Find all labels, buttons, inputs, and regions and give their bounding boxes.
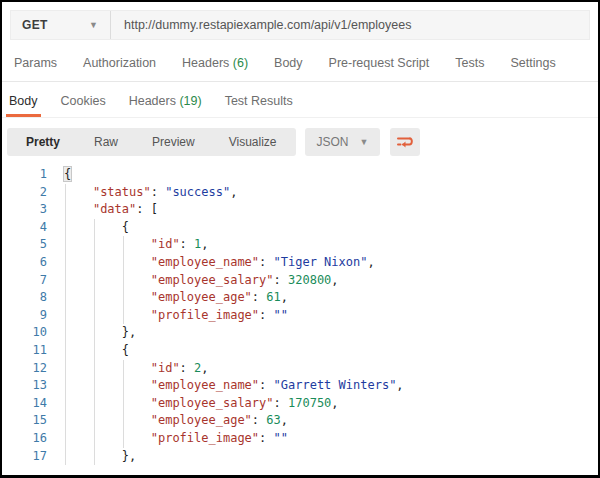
line-number: 17 [2, 448, 47, 466]
code-line: 13 "employee_name": "Garrett Winters", [2, 377, 598, 395]
token-punc: , [396, 378, 403, 392]
tab-label: Headers [129, 94, 176, 108]
token-key: "id" [151, 361, 180, 375]
line-number: 10 [2, 324, 47, 342]
line-number: 5 [2, 236, 47, 254]
line-number: 9 [2, 307, 47, 325]
chevron-down-icon: ▼ [360, 138, 369, 147]
token-punc: : [180, 361, 194, 375]
token-punc: { [122, 343, 129, 357]
token-num: 61 [266, 290, 280, 304]
line-number: 15 [2, 412, 47, 430]
chevron-down-icon: ▼ [89, 21, 98, 30]
code-line: 6 "employee_name": "Tiger Nixon", [2, 254, 598, 272]
code-line: 11 { [2, 342, 598, 360]
tab-authorization[interactable]: Authorization [83, 56, 156, 70]
request-tabs: ParamsAuthorizationHeaders (6)BodyPre-re… [2, 40, 598, 82]
tab-tests[interactable]: Tests [455, 56, 484, 70]
line-number: 4 [2, 219, 47, 237]
token-punc: : [ [136, 202, 158, 216]
tab-pre-request-script[interactable]: Pre-request Script [329, 56, 430, 70]
tab-label: Body [274, 56, 303, 70]
token-punc: , [331, 396, 338, 410]
tab-label: Test Results [225, 94, 293, 108]
token-key: "profile_image" [151, 431, 259, 445]
tab-label: Pre-request Script [329, 56, 430, 70]
token-str: "Tiger Nixon" [274, 255, 368, 269]
line-number: 16 [2, 430, 47, 448]
token-punc: { [64, 167, 71, 181]
response-tab-cookies[interactable]: Cookies [58, 94, 109, 117]
language-label: JSON [317, 135, 349, 149]
code-line: 16 "profile_image": "" [2, 430, 598, 448]
token-num: 170750 [288, 396, 331, 410]
token-str: "" [274, 431, 288, 445]
token-key: "status" [93, 185, 151, 199]
code-line: 2 "status": "success", [2, 184, 598, 202]
code-line-content: "status": "success", [64, 184, 237, 202]
code-line-content: }, [64, 324, 136, 342]
code-line: 17 }, [2, 448, 598, 466]
token-punc: { [122, 220, 129, 234]
token-key: "employee_name" [151, 255, 259, 269]
request-url-bar: GET ▼ http://dummy.restapiexample.com/ap… [10, 10, 590, 40]
code-line: 4 { [2, 219, 598, 237]
tab-params[interactable]: Params [14, 56, 57, 70]
code-line: 8 "employee_age": 61, [2, 289, 598, 307]
tab-label: Cookies [61, 94, 106, 108]
tab-label: Params [14, 56, 57, 70]
tab-label: Authorization [83, 56, 156, 70]
token-punc: : [151, 185, 165, 199]
view-pretty[interactable]: Pretty [9, 128, 77, 156]
response-tabs: BodyCookiesHeaders (19)Test Results [2, 82, 598, 118]
token-punc: : [259, 308, 273, 322]
code-line-content: "profile_image": "" [64, 430, 288, 448]
code-line-content: "id": 2, [64, 360, 209, 378]
code-line: 5 "id": 1, [2, 236, 598, 254]
view-toggle: PrettyRawPreviewVisualize [7, 128, 296, 156]
token-punc: : [274, 396, 288, 410]
token-punc: , [230, 185, 237, 199]
response-tab-headers[interactable]: Headers (19) [126, 94, 205, 117]
method-select[interactable]: GET ▼ [11, 11, 111, 39]
method-label: GET [22, 18, 48, 32]
postman-window: GET ▼ http://dummy.restapiexample.com/ap… [0, 0, 600, 478]
token-punc: : [180, 237, 194, 251]
response-tab-body[interactable]: Body [6, 94, 41, 117]
code-line-content: { [64, 219, 129, 237]
token-punc: , [331, 273, 338, 287]
token-key: "id" [151, 237, 180, 251]
code-line: 9 "profile_image": "" [2, 307, 598, 325]
code-line-content: "data": [ [64, 201, 158, 219]
line-number: 8 [2, 289, 47, 307]
token-key: "employee_age" [151, 290, 252, 304]
tab-headers[interactable]: Headers (6) [182, 56, 248, 70]
view-raw[interactable]: Raw [77, 128, 135, 156]
line-number: 12 [2, 360, 47, 378]
code-line-content: "id": 1, [64, 236, 209, 254]
token-str: "success" [165, 185, 230, 199]
token-key: "employee_salary" [151, 396, 274, 410]
tab-settings[interactable]: Settings [510, 56, 555, 70]
code-line-content: "employee_name": "Garrett Winters", [64, 377, 404, 395]
code-line: 14 "employee_salary": 170750, [2, 395, 598, 413]
response-tab-test-results[interactable]: Test Results [222, 94, 296, 117]
code-line-content: "profile_image": "" [64, 307, 288, 325]
token-punc: }, [122, 325, 136, 339]
token-key: "data" [93, 202, 136, 216]
url-input[interactable]: http://dummy.restapiexample.com/api/v1/e… [111, 11, 589, 39]
code-line: 3 "data": [ [2, 201, 598, 219]
view-preview[interactable]: Preview [135, 128, 212, 156]
token-key: "employee_age" [151, 413, 252, 427]
tab-body[interactable]: Body [274, 56, 303, 70]
wrap-text-button[interactable] [390, 128, 420, 156]
view-visualize[interactable]: Visualize [212, 128, 294, 156]
url-text: http://dummy.restapiexample.com/api/v1/e… [124, 18, 411, 32]
wrap-text-icon [396, 134, 414, 150]
language-select[interactable]: JSON ▼ [305, 128, 381, 156]
token-str: "" [274, 308, 288, 322]
tab-label: Headers [182, 56, 229, 70]
token-punc: , [367, 255, 374, 269]
tab-label: Settings [510, 56, 555, 70]
token-key: "profile_image" [151, 308, 259, 322]
